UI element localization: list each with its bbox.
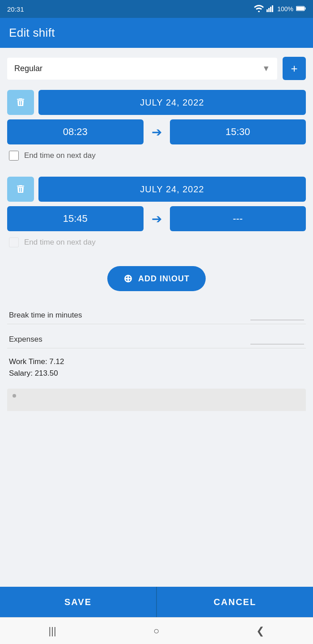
shift2-delete-button[interactable] <box>7 177 34 202</box>
shift2-date-row: JULY 24, 2022 <box>7 177 306 202</box>
shift2-next-day-checkbox[interactable] <box>9 237 19 247</box>
shift2-start-time-button[interactable]: 15:45 <box>7 206 144 231</box>
status-time: 20:31 <box>7 5 24 13</box>
shift-type-dropdown[interactable]: Regular ▼ <box>7 58 277 80</box>
shift1-date-button[interactable]: JULY 24, 2022 <box>38 90 306 115</box>
battery-icon <box>296 5 306 13</box>
status-icons: 100% <box>254 5 306 13</box>
bottom-buttons: SAVE CANCEL <box>0 587 313 617</box>
shift1-next-day-checkbox[interactable] <box>9 151 19 161</box>
svg-rect-4 <box>272 5 273 12</box>
svg-rect-3 <box>270 7 271 12</box>
shift1-date-row: JULY 24, 2022 <box>7 90 306 115</box>
cancel-button[interactable]: CANCEL <box>156 587 313 617</box>
circle-plus-icon: ⊕ <box>123 273 133 284</box>
shift1-delete-button[interactable] <box>7 90 34 115</box>
nav-back-icon[interactable]: ❮ <box>247 621 273 641</box>
battery-text: 100% <box>277 5 293 13</box>
work-time-summary: Work Time: 7.12 <box>9 357 304 366</box>
trash-icon <box>15 97 26 108</box>
nav-bar: ||| ○ ❮ <box>0 617 313 644</box>
expenses-row: Expenses <box>7 326 306 348</box>
expenses-label: Expenses <box>9 335 42 344</box>
svg-rect-7 <box>305 8 306 10</box>
shift1-time-row: 08:23 ➔ 15:30 <box>7 119 306 144</box>
status-bar: 20:31 100% <box>0 0 313 18</box>
shift1-next-day-label: End time on next day <box>24 151 96 160</box>
break-time-input[interactable] <box>250 310 304 320</box>
shift2-date-button[interactable]: JULY 24, 2022 <box>38 177 306 202</box>
shift1-next-day-row: End time on next day <box>7 151 306 161</box>
nav-menu-icon[interactable]: ||| <box>40 621 65 641</box>
break-time-label: Break time in minutes <box>9 311 82 320</box>
signal-icon <box>266 5 275 13</box>
shift2-end-time-button[interactable]: --- <box>170 206 306 231</box>
shift-block-1: JULY 24, 2022 08:23 ➔ 15:30 End time on … <box>7 90 306 169</box>
svg-rect-1 <box>266 9 268 12</box>
shift1-end-time-button[interactable]: 15:30 <box>170 119 306 144</box>
break-time-row: Break time in minutes <box>7 302 306 324</box>
shift2-arrow-icon: ➔ <box>144 212 170 226</box>
main-content: Regular ▼ + JULY 24, 2022 08:23 ➔ 15:30 … <box>0 48 313 587</box>
summary-section: Work Time: 7.12 Salary: 213.50 <box>7 350 306 384</box>
svg-rect-2 <box>268 8 270 12</box>
save-button[interactable]: SAVE <box>0 587 156 617</box>
shift2-next-day-label: End time on next day <box>24 238 96 247</box>
shift2-time-row: 15:45 ➔ --- <box>7 206 306 231</box>
add-inout-button[interactable]: ⊕ ADD IN\OUT <box>107 266 206 291</box>
trash-icon-2 <box>15 184 26 195</box>
shift1-start-time-button[interactable]: 08:23 <box>7 119 144 144</box>
dropdown-arrow-icon: ▼ <box>262 64 270 73</box>
note-indicator <box>13 394 16 398</box>
note-area-preview <box>7 389 306 411</box>
nav-home-icon[interactable]: ○ <box>144 621 168 641</box>
shift2-next-day-row: End time on next day <box>7 237 306 247</box>
add-inout-label: ADD IN\OUT <box>138 274 190 284</box>
svg-rect-6 <box>296 7 304 10</box>
svg-point-0 <box>258 11 260 12</box>
shift-type-label: Regular <box>14 64 42 73</box>
header: Edit shift <box>0 18 313 48</box>
add-shift-type-button[interactable]: + <box>283 57 306 80</box>
salary-summary: Salary: 213.50 <box>9 369 304 378</box>
shift-type-row: Regular ▼ + <box>7 57 306 80</box>
expenses-input[interactable] <box>250 334 304 344</box>
shift-block-2: JULY 24, 2022 15:45 ➔ --- End time on ne… <box>7 177 306 256</box>
page-title: Edit shift <box>9 26 304 40</box>
shift1-arrow-icon: ➔ <box>144 125 170 140</box>
wifi-icon <box>254 5 264 13</box>
